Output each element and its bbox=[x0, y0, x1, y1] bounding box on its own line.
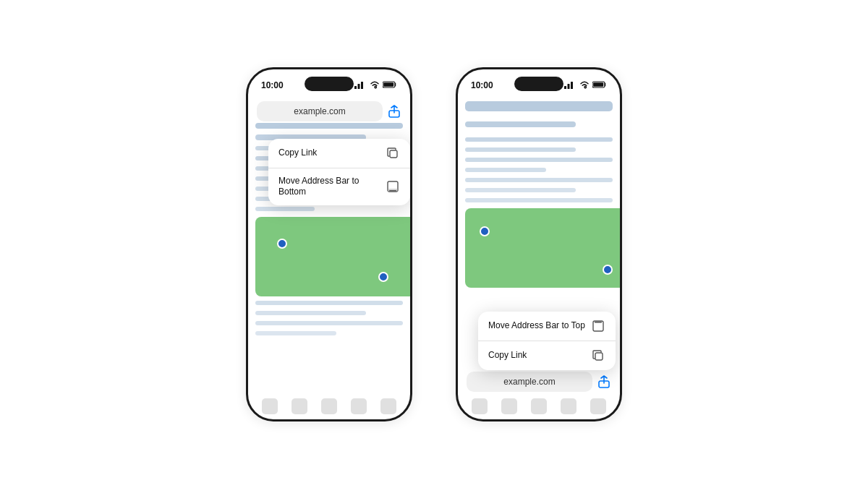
svg-rect-4 bbox=[383, 82, 393, 87]
address-bar-top-1[interactable]: example.com bbox=[248, 97, 410, 126]
dynamic-island-1 bbox=[305, 77, 354, 91]
menu-item-move-top-label-2: Move Address Bar to Top bbox=[488, 320, 585, 332]
map-area-1 bbox=[255, 217, 412, 296]
copy-icon-1 bbox=[386, 146, 400, 160]
signal-icon-2 bbox=[564, 80, 576, 90]
svg-rect-12 bbox=[571, 82, 573, 89]
nav-dot-2[interactable] bbox=[292, 398, 307, 414]
status-icons-2 bbox=[564, 80, 607, 90]
menu-item-copy-link-2[interactable]: Copy Link bbox=[478, 341, 616, 370]
phone-2-wrapper: 10:00 bbox=[456, 67, 622, 421]
status-icons-1 bbox=[354, 80, 397, 90]
battery-icon-1 bbox=[383, 80, 397, 90]
svg-rect-14 bbox=[593, 82, 603, 87]
move-icon-1 bbox=[386, 179, 400, 194]
menu-item-move-addr-label-1: Move Address Bar to Bottom bbox=[278, 176, 380, 198]
svg-rect-16 bbox=[595, 322, 602, 323]
share-icon-1[interactable] bbox=[387, 104, 401, 119]
wifi-icon-1 bbox=[370, 80, 380, 90]
url-field-2[interactable]: example.com bbox=[467, 372, 592, 392]
signal-icon-1 bbox=[354, 80, 367, 90]
nav-dot-6[interactable] bbox=[472, 398, 488, 414]
menu-item-copy-link-1[interactable]: Copy Link bbox=[268, 139, 410, 168]
svg-rect-0 bbox=[354, 86, 357, 89]
nav-dot-5[interactable] bbox=[380, 398, 396, 414]
status-time-1: 10:00 bbox=[261, 80, 284, 90]
map-area-2 bbox=[465, 208, 622, 288]
svg-rect-10 bbox=[564, 86, 566, 89]
bottom-nav-1 bbox=[248, 396, 410, 416]
share-icon-2[interactable] bbox=[597, 374, 611, 389]
nav-dot-1[interactable] bbox=[262, 398, 278, 414]
phone-1-wrapper: 10:00 example.com bbox=[246, 67, 412, 421]
svg-rect-6 bbox=[390, 150, 397, 158]
menu-item-copy-link-label-1: Copy Link bbox=[278, 147, 380, 159]
svg-rect-2 bbox=[361, 82, 363, 89]
url-field-1[interactable]: example.com bbox=[257, 101, 383, 121]
address-bar-bottom-2[interactable]: example.com bbox=[458, 367, 620, 396]
status-time-2: 10:00 bbox=[471, 80, 493, 90]
battery-icon-2 bbox=[592, 80, 607, 90]
context-menu-1: Copy Link Move Address Bar to Bottom bbox=[268, 139, 410, 205]
menu-item-move-top-2[interactable]: Move Address Bar to Top bbox=[478, 312, 616, 341]
nav-dot-10[interactable] bbox=[590, 398, 606, 414]
menu-item-copy-link-label-2: Copy Link bbox=[488, 350, 585, 361]
svg-rect-11 bbox=[568, 84, 570, 89]
bottom-nav-2 bbox=[458, 396, 620, 416]
phone-1: 10:00 example.com bbox=[246, 67, 412, 421]
menu-item-move-addr-1[interactable]: Move Address Bar to Bottom bbox=[268, 168, 410, 205]
copy-icon-2 bbox=[591, 348, 605, 363]
nav-dot-7[interactable] bbox=[501, 398, 517, 414]
nav-dot-3[interactable] bbox=[321, 398, 337, 414]
move-top-icon-2 bbox=[591, 319, 605, 333]
nav-dot-4[interactable] bbox=[351, 398, 367, 414]
svg-rect-1 bbox=[358, 84, 360, 89]
wifi-icon-2 bbox=[579, 80, 590, 90]
nav-dot-9[interactable] bbox=[561, 398, 576, 414]
context-menu-2: Move Address Bar to Top Copy Link bbox=[478, 312, 616, 370]
nav-dot-8[interactable] bbox=[531, 398, 547, 414]
phone-2: 10:00 bbox=[456, 67, 622, 421]
dynamic-island-2 bbox=[514, 77, 563, 91]
svg-rect-17 bbox=[595, 353, 603, 360]
svg-rect-9 bbox=[389, 190, 396, 192]
